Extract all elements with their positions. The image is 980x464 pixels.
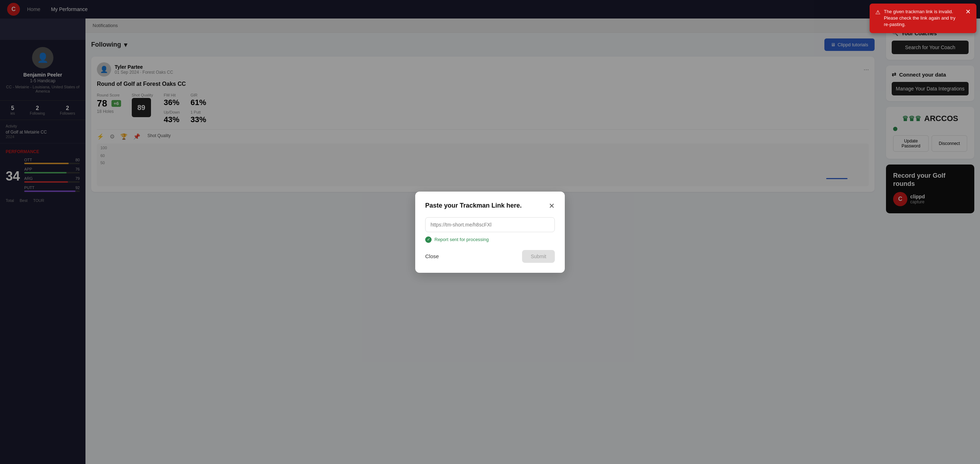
warning-icon: ⚠ bbox=[875, 9, 880, 16]
trackman-link-input[interactable] bbox=[425, 217, 555, 232]
modal-success-message: ✓ Report sent for processing bbox=[425, 237, 555, 243]
toast-close-button[interactable]: ✕ bbox=[966, 8, 971, 15]
modal-actions: Close Submit bbox=[425, 250, 555, 263]
modal-header: Paste your Trackman Link here. ✕ bbox=[425, 202, 555, 210]
modal-close-icon-button[interactable]: ✕ bbox=[549, 202, 555, 210]
modal-close-button[interactable]: Close bbox=[425, 253, 439, 259]
error-toast: ⚠ The given trackman link is invalid. Pl… bbox=[870, 3, 977, 33]
modal-title: Paste your Trackman Link here. bbox=[425, 202, 522, 210]
toast-message: The given trackman link is invalid. Plea… bbox=[884, 8, 962, 28]
modal-submit-button[interactable]: Submit bbox=[522, 250, 555, 263]
success-check-icon: ✓ bbox=[425, 237, 431, 243]
modal-overlay: Paste your Trackman Link here. ✕ ✓ Repor… bbox=[0, 0, 980, 464]
trackman-modal: Paste your Trackman Link here. ✕ ✓ Repor… bbox=[415, 192, 565, 273]
